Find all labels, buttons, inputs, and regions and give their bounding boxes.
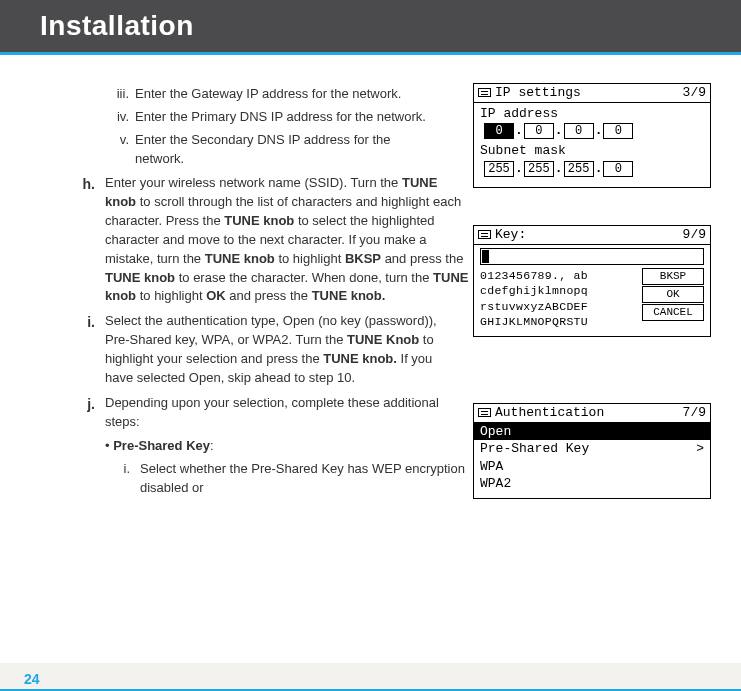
lcd-title-text: IP settings [495,85,581,101]
lcd-body: IP address 0. 0. 0. 0 Subnet mask 255. 2… [474,103,710,187]
lcd-body: 0123456789., ab cdefghijklmnopq rstuvwxy… [474,245,710,336]
list-icon [478,230,491,239]
subnet-octet-1[interactable]: 255 [484,161,514,177]
step-j: j. Depending upon your selection, comple… [30,394,470,432]
step-text: Enter the Primary DNS IP address for the… [135,108,435,127]
step-marker: j. [30,394,105,432]
text-cursor [482,250,489,263]
step-marker: i. [30,312,105,387]
step-v: v. Enter the Secondary DNS IP address fo… [30,131,470,169]
list-icon [478,408,491,417]
step-marker: iv. [30,108,135,127]
step-text: Select the authentication type, Open (no… [105,312,450,387]
auth-option-wpa[interactable]: WPA [474,458,710,476]
ip-address-row: 0. 0. 0. 0 [484,123,704,139]
ip-octet-4[interactable]: 0 [603,123,633,139]
step-j-sub-i: i. Select whether the Pre-Shared Key has… [30,460,470,498]
step-text: Select whether the Pre-Shared Key has WE… [140,460,470,498]
key-input-field[interactable] [480,248,704,265]
auth-option-wpa2[interactable]: WPA2 [474,475,710,498]
step-iii: iii. Enter the Gateway IP address for th… [30,85,470,104]
step-text: Enter your wireless network name (SSID).… [105,174,470,306]
page-number: 24 [24,671,40,687]
key-character-area: 0123456789., ab cdefghijklmnopq rstuvwxy… [480,268,704,330]
auth-option-psk[interactable]: Pre-Shared Key> [474,440,710,458]
lcd-title-bar: Authentication 7/9 [474,404,710,423]
instruction-column: iii. Enter the Gateway IP address for th… [30,85,470,498]
subnet-octet-4[interactable]: 0 [603,161,633,177]
chevron-right-icon: > [696,441,704,457]
page-header: Installation [0,0,741,52]
ip-address-label: IP address [480,106,704,122]
list-icon [478,88,491,97]
ip-octet-2[interactable]: 0 [524,123,554,139]
step-i: i. Select the authentication type, Open … [30,312,470,387]
step-iv: iv. Enter the Primary DNS IP address for… [30,108,470,127]
lcd-title-text: Authentication [495,405,604,421]
subnet-mask-label: Subnet mask [480,143,704,159]
lcd-title-bar: Key: 9/9 [474,226,710,245]
step-text: Enter the Secondary DNS IP address for t… [135,131,435,169]
subnet-octet-2[interactable]: 255 [524,161,554,177]
step-text: Enter the Gateway IP address for the net… [135,85,435,104]
step-h: h. Enter your wireless network name (SSI… [30,174,470,306]
ip-octet-3[interactable]: 0 [564,123,594,139]
step-marker: h. [30,174,105,306]
lcd-page-indicator: 7/9 [683,405,706,421]
lcd-key-entry: Key: 9/9 0123456789., ab cdefghijklmnopq… [473,225,711,337]
lcd-title-bar: IP settings 3/9 [474,84,710,103]
lcd-body: Open Pre-Shared Key> WPA WPA2 [474,423,710,498]
step-marker: iii. [30,85,135,104]
content-area: iii. Enter the Gateway IP address for th… [0,55,741,498]
step-j-bullet: • Pre-Shared Key: [105,437,470,456]
step-marker: v. [30,131,135,169]
step-marker: i. [30,460,140,498]
ip-octet-1[interactable]: 0 [484,123,514,139]
ok-button[interactable]: OK [642,286,704,303]
subnet-mask-row: 255. 255. 255. 0 [484,161,704,177]
step-text: Depending upon your selection, complete … [105,394,470,432]
lcd-ip-settings: IP settings 3/9 IP address 0. 0. 0. 0 Su… [473,83,711,188]
key-buttons: BKSP OK CANCEL [642,268,704,330]
page-title: Installation [40,10,194,42]
cancel-button[interactable]: CANCEL [642,304,704,321]
lcd-page-indicator: 3/9 [683,85,706,101]
lcd-page-indicator: 9/9 [683,227,706,243]
character-picker[interactable]: 0123456789., ab cdefghijklmnopq rstuvwxy… [480,268,639,330]
footer-band [0,663,741,689]
lcd-authentication: Authentication 7/9 Open Pre-Shared Key> … [473,403,711,499]
lcd-title-text: Key: [495,227,526,243]
auth-option-open[interactable]: Open [474,423,710,441]
subnet-octet-3[interactable]: 255 [564,161,594,177]
bksp-button[interactable]: BKSP [642,268,704,285]
